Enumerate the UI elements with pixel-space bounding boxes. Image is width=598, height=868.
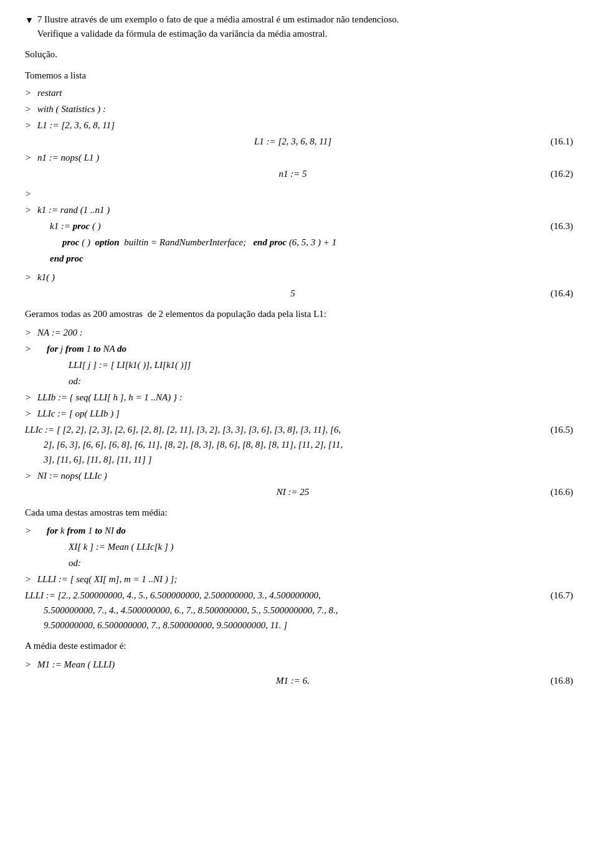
M1-label: (16.8): [536, 673, 573, 688]
code-LLLI: LLLI := [ seq( XI[ m], m = 1 ..NI ) ];: [37, 572, 177, 587]
solution-label: Solução.: [25, 47, 573, 62]
question-header: ▼ 7 Ilustre através de um exemplo o fato…: [25, 12, 573, 40]
cada-paragraph: Cada uma destas amostras tem média:: [25, 506, 573, 520]
L1-label: (16.1): [536, 134, 573, 149]
code-M1: M1 := Mean ( LLLI): [37, 657, 115, 672]
end-proc: end proc: [50, 253, 83, 263]
maple-fork-input: > for k from 1 to NI do: [25, 523, 573, 538]
prompt-k1: >: [25, 202, 34, 217]
question-number: 7: [37, 14, 42, 24]
gera-paragraph: Geramos todas as 200 amostras de 2 eleme…: [25, 307, 573, 321]
maple-k1call-input: > k1( ): [25, 270, 573, 285]
maple-L1-input: > L1 := [2, 3, 6, 8, 11]: [25, 118, 573, 133]
k1-proc-option: proc ( ) option builtin = RandNumberInte…: [62, 237, 336, 247]
prompt-M1: >: [25, 657, 34, 672]
maple-LLIb-input: > LLIb := { seq( LLI[ h ], h = 1 ..NA) }…: [25, 390, 573, 405]
maple-NA-input: > NA := 200 :: [25, 325, 573, 340]
k1call-label: (16.4): [536, 286, 573, 301]
maple-NI-input: > NI := nops( LLIc ): [25, 468, 573, 483]
question-text: 7 Ilustre através de um exemplo o fato d…: [37, 12, 399, 40]
LLLI-output-row: LLLI := [2., 2.500000000, 4., 5., 6.5000…: [25, 588, 573, 633]
n1-output: n1 := 5: [278, 169, 306, 179]
od-row: od:: [25, 374, 573, 389]
maple-k1call-output-row: 5 (16.4): [25, 286, 573, 301]
k1-proc-output-row: k1 := proc ( ) proc ( ) option builtin =…: [25, 219, 573, 266]
code-NI: NI := nops( LLIc ): [37, 468, 107, 483]
NI-label: (16.6): [536, 484, 573, 499]
maple-forj-input: > for j from 1 to NA do: [25, 341, 573, 356]
LLLI-output-text: LLLI := [2., 2.500000000, 4., 5., 6.5000…: [25, 588, 536, 633]
prompt-k1call: >: [25, 270, 34, 285]
prompt-fork: >: [25, 523, 34, 538]
maple-M1-output-row: M1 := 6. (16.8): [25, 673, 573, 688]
prompt-forj: >: [25, 341, 34, 356]
maple-LLLI-input: > LLLI := [ seq( XI[ m], m = 1 ..NI ) ];: [25, 572, 573, 587]
maple-LLIc-input: > LLIc := [ op( LLIb ) ]: [25, 406, 573, 421]
prompt-with: >: [25, 101, 34, 116]
n1-label: (16.2): [536, 166, 573, 181]
code-n1: n1 := nops( L1 ): [37, 150, 99, 165]
M1-output: M1 := 6.: [276, 676, 310, 686]
code-od: od:: [69, 376, 81, 386]
maple-blank-input: >: [25, 186, 573, 201]
prompt-NA: >: [25, 325, 34, 340]
code-LLI: LLI[ j ] := [ LI[k1( )], LI[k1( )]]: [69, 360, 191, 370]
code-fork: for k from 1 to NI do: [37, 523, 126, 538]
code-od2: od:: [69, 558, 81, 568]
L1-output: L1 := [2, 3, 6, 8, 11]: [254, 136, 331, 146]
maple-restart-input: > restart: [25, 85, 573, 100]
prompt-LLLI: >: [25, 572, 34, 587]
code-with: with ( Statistics ) :: [37, 101, 106, 116]
LLLI-label: (16.7): [536, 588, 573, 603]
k1call-output: 5: [290, 288, 295, 298]
maple-M1-input: > M1 := Mean ( LLLI): [25, 657, 573, 672]
LLIc-output-text: LLIc := [ [2, 2], [2, 3], [2, 6], [2, 8]…: [25, 422, 536, 467]
maple-n1-input: > n1 := nops( L1 ): [25, 150, 573, 165]
code-LLIc: LLIc := [ op( LLIb ) ]: [37, 406, 120, 421]
LLI-assign-row: LLI[ j ] := [ LI[k1( )], LI[k1( )]]: [25, 357, 573, 372]
code-restart: restart: [37, 85, 62, 100]
code-L1: L1 := [2, 3, 6, 8, 11]: [37, 118, 115, 133]
code-k1: k1 := rand (1 ..n1 ): [37, 202, 110, 217]
prompt-LLIc: >: [25, 406, 34, 421]
XI-assign-row: XI[ k ] := Mean ( LLIc[k ] ): [25, 539, 573, 554]
maple-k1-input: > k1 := rand (1 ..n1 ): [25, 202, 573, 217]
prompt-n1: >: [25, 150, 34, 165]
prompt-NI: >: [25, 468, 34, 483]
LLIc-output-row: LLIc := [ [2, 2], [2, 3], [2, 6], [2, 8]…: [25, 422, 573, 467]
prompt-blank: >: [25, 186, 34, 201]
od2-row: od:: [25, 555, 573, 570]
LLIc-label: (16.5): [536, 422, 573, 437]
maple-NI-output-row: NI := 25 (16.6): [25, 484, 573, 499]
prompt-L1: >: [25, 118, 34, 133]
code-k1call: k1( ): [37, 270, 55, 285]
media-paragraph: A média deste estimador é:: [25, 639, 573, 653]
code-forj: for j from 1 to NA do: [37, 341, 126, 356]
tomemos-label: Tomemos a lista: [25, 68, 573, 83]
prompt-LLIb: >: [25, 390, 34, 405]
maple-L1-output-row: L1 := [2, 3, 6, 8, 11] (16.1): [25, 134, 573, 149]
code-NA: NA := 200 :: [37, 325, 83, 340]
NI-output: NI := 25: [277, 487, 310, 497]
question-body1: Ilustre através de um exemplo o fato de …: [44, 14, 399, 24]
question-body2: Verifique a validade da fórmula de estim…: [37, 29, 328, 39]
code-XI: XI[ k ] := Mean ( LLIc[k ] ): [69, 542, 174, 552]
code-LLIb: LLIb := { seq( LLI[ h ], h = 1 ..NA) } :: [37, 390, 183, 405]
triangle-icon: ▼: [25, 14, 34, 27]
maple-with-input: > with ( Statistics ) :: [25, 101, 573, 116]
k1-label: (16.3): [536, 219, 573, 234]
prompt-restart: >: [25, 85, 34, 100]
maple-n1-output-row: n1 := 5 (16.2): [25, 166, 573, 181]
page-content: ▼ 7 Ilustre através de um exemplo o fato…: [25, 12, 573, 688]
k1-proc-main: k1 := proc ( ): [50, 221, 101, 231]
